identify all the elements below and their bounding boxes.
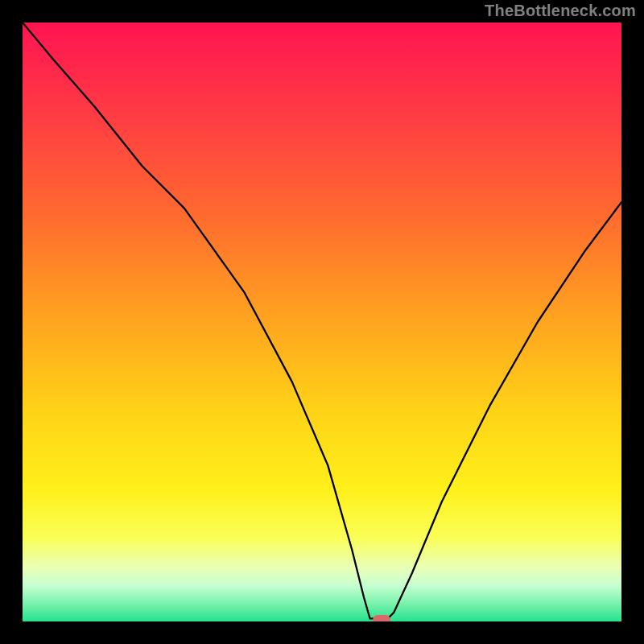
chart-frame: TheBottleneck.com — [0, 0, 644, 644]
watermark-text: TheBottleneck.com — [485, 2, 636, 20]
optimal-point-marker — [373, 615, 390, 621]
bottleneck-curve — [23, 23, 621, 621]
plot-area — [23, 23, 621, 621]
